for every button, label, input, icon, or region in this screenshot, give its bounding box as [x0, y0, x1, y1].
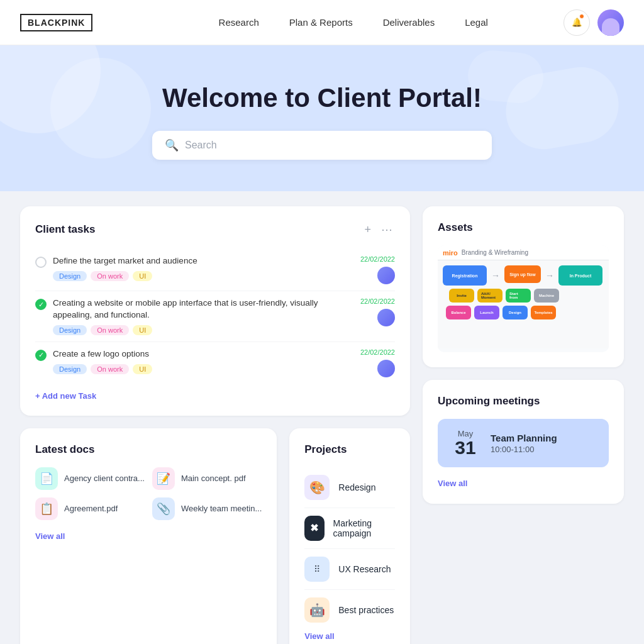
miro-board-title: Branding & Wireframing	[462, 249, 528, 256]
miro-row-1: Registration → Sign up flow → In Product	[443, 265, 604, 286]
assets-header: Assets	[438, 221, 609, 234]
list-item[interactable]: 📄 Agency client contra...	[35, 467, 145, 490]
miro-node: Sign up flow	[504, 265, 541, 283]
latest-docs-header: Latest docs	[35, 443, 262, 456]
latest-docs-title: Latest docs	[35, 443, 94, 456]
avatar-figure	[602, 18, 619, 36]
miro-node: Start from	[506, 289, 531, 303]
list-item[interactable]: 📋 Agreement.pdf	[35, 497, 145, 520]
miro-node: Balance	[446, 306, 471, 319]
docs-view-all-link[interactable]: View all	[35, 531, 65, 541]
more-options-button[interactable]: ⋯	[379, 221, 395, 238]
project-name-1: Redesign	[338, 482, 375, 492]
meeting-date: May 31	[450, 429, 480, 457]
task-checkbox-2[interactable]: ✓	[35, 299, 47, 310]
meeting-info: Team Planning 10:00-11:00	[491, 433, 557, 454]
task-content-2: Creating a website or mobile app interfa…	[53, 297, 354, 335]
nav-research[interactable]: Research	[219, 17, 259, 28]
miro-logo: miro	[443, 249, 458, 257]
task-meta-3: 22/02/2022	[360, 348, 395, 377]
task-content-3: Create a few logo options Design On work…	[53, 348, 354, 374]
doc-icon-3: 📋	[35, 497, 58, 520]
notification-button[interactable]: 🔔	[564, 9, 590, 36]
list-item[interactable]: ⠿ UX Research	[304, 549, 395, 590]
avatar[interactable]	[597, 9, 624, 36]
hero-section: Welcome to Client Portal! 🔍 Search	[0, 45, 644, 191]
task-title-1: Define the target market and audience	[53, 255, 354, 267]
task-tags-2: Design On work UI	[53, 325, 354, 335]
task-date-2: 22/02/2022	[360, 297, 395, 305]
add-task-icon-button[interactable]: +	[362, 222, 374, 238]
project-icon-3: ⠿	[304, 557, 330, 582]
main-content: Client tasks + ⋯ Define the target marke…	[0, 191, 644, 644]
tag-design-3: Design	[53, 364, 87, 374]
upcoming-meetings-card: Upcoming meetings May 31 Team Planning 1…	[423, 380, 624, 504]
doc-name-4: Weekly team meetin...	[181, 504, 262, 513]
doc-name-1: Agency client contra...	[64, 474, 145, 483]
miro-node: Templates	[531, 306, 556, 319]
meeting-day: 31	[450, 438, 480, 457]
assets-title: Assets	[438, 221, 473, 234]
list-item[interactable]: ✖ Marketing campaign	[304, 508, 395, 549]
miro-row-3: Balance Launch Design Templates	[446, 306, 604, 319]
miro-node: Invite	[449, 289, 474, 303]
table-row: ✓ Create a few logo options Design On wo…	[35, 342, 395, 384]
navbar: BLACKPINK Research Plan & Reports Delive…	[0, 0, 644, 45]
miro-row-2: Invite AHA! Moment Start from Machine	[449, 289, 604, 303]
task-checkbox-1[interactable]	[35, 257, 47, 268]
card-header: Client tasks + ⋯	[35, 221, 395, 238]
miro-node: Machine	[534, 289, 559, 303]
nav-links: Research Plan & Reports Deliverables Leg…	[143, 17, 564, 28]
nav-legal[interactable]: Legal	[465, 17, 488, 28]
list-item[interactable]: 🤖 Best practices	[304, 590, 395, 630]
meetings-view-all-link[interactable]: View all	[438, 479, 467, 488]
miro-node: Design	[502, 306, 528, 319]
nav-actions: 🔔	[564, 9, 624, 36]
list-item[interactable]: 📎 Weekly team meetin...	[152, 497, 262, 520]
task-date-1: 22/02/2022	[360, 255, 395, 263]
tag-onwork: On work	[91, 271, 129, 281]
project-name-3: UX Research	[338, 564, 391, 574]
table-row: Define the target market and audience De…	[35, 249, 395, 291]
left-column: Client tasks + ⋯ Define the target marke…	[20, 206, 410, 644]
client-tasks-card: Client tasks + ⋯ Define the target marke…	[20, 206, 410, 416]
projects-header: Projects	[304, 443, 395, 456]
nav-deliverables[interactable]: Deliverables	[383, 17, 435, 28]
table-row: ✓ Creating a website or mobile app inter…	[35, 291, 395, 342]
logo[interactable]: BLACKPINK	[20, 14, 92, 31]
projects-title: Projects	[304, 443, 347, 456]
doc-name-3: Agreement.pdf	[64, 504, 118, 513]
hero-title: Welcome to Client Portal!	[20, 83, 624, 113]
meeting-time: 10:00-11:00	[491, 445, 557, 454]
assets-preview[interactable]: miro Branding & Wireframing Registration…	[438, 245, 609, 352]
task-tags-1: Design On work UI	[53, 271, 354, 281]
client-tasks-title: Client tasks	[35, 223, 95, 236]
latest-docs-card: Latest docs 📄 Agency client contra... 📝 …	[20, 428, 277, 644]
doc-icon-1: 📄	[35, 467, 58, 490]
card-actions: + ⋯	[362, 221, 395, 238]
project-name-4: Best practices	[338, 605, 394, 615]
meeting-item[interactable]: May 31 Team Planning 10:00-11:00	[438, 419, 609, 467]
list-item[interactable]: 🎨 Redesign	[304, 467, 395, 508]
add-task-button[interactable]: + Add new Task	[35, 391, 96, 401]
task-avatar-2	[377, 309, 395, 326]
lower-row: Latest docs 📄 Agency client contra... 📝 …	[20, 428, 410, 644]
task-title-2: Creating a website or mobile app interfa…	[53, 297, 354, 321]
list-item[interactable]: 📝 Main concept. pdf	[152, 467, 262, 490]
task-avatar-1	[377, 267, 395, 284]
task-tags-3: Design On work UI	[53, 364, 354, 374]
tag-design-2: Design	[53, 325, 87, 335]
avatar-image	[597, 9, 624, 36]
nav-plan-reports[interactable]: Plan & Reports	[289, 17, 353, 28]
project-icon-2: ✖	[304, 516, 324, 541]
miro-node: In Product	[558, 265, 602, 286]
miro-node: Launch	[474, 306, 499, 319]
doc-icon-2: 📝	[152, 467, 175, 490]
doc-icon-4: 📎	[152, 497, 175, 520]
miro-node: AHA! Moment	[477, 289, 502, 303]
projects-view-all-link[interactable]: View all	[304, 631, 334, 641]
task-content-1: Define the target market and audience De…	[53, 255, 354, 281]
search-bar[interactable]: 🔍 Search	[152, 131, 492, 160]
task-checkbox-3[interactable]: ✓	[35, 350, 47, 361]
miro-toolbar: miro Branding & Wireframing	[438, 245, 609, 260]
